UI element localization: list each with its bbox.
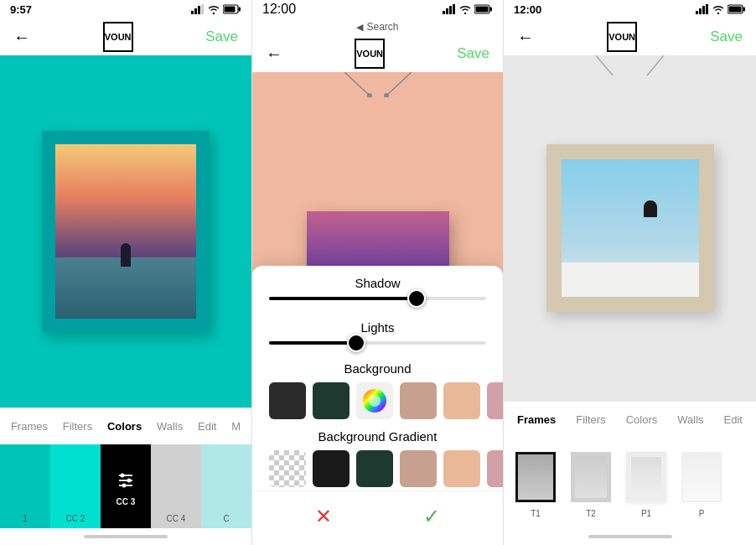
right-time: 12:00 bbox=[514, 3, 541, 16]
frame-p1-preview bbox=[626, 452, 666, 502]
right-top-nav: ← VO UN Save bbox=[504, 18, 756, 55]
signal-icon bbox=[191, 4, 205, 14]
grad-swatch-peach[interactable] bbox=[443, 450, 480, 487]
left-preview bbox=[0, 55, 251, 407]
svg-rect-13 bbox=[443, 11, 445, 14]
right-frames-row: T1 T2 P1 bbox=[504, 438, 756, 528]
color-wheel-icon bbox=[361, 387, 388, 414]
grad-swatch-salmon[interactable] bbox=[400, 450, 437, 487]
frame-thumb-p1[interactable]: P1 bbox=[623, 449, 670, 518]
right-tab-filters[interactable]: Filters bbox=[571, 410, 610, 429]
swatch-cc2[interactable]: CC 2 bbox=[50, 444, 101, 528]
bg-swatch-darkgreen[interactable] bbox=[313, 382, 350, 419]
middle-battery-icon bbox=[474, 4, 493, 14]
svg-rect-32 bbox=[729, 7, 742, 13]
grad-swatch-mauve[interactable] bbox=[487, 450, 504, 487]
left-tab-frames[interactable]: Frames bbox=[6, 417, 53, 436]
right-wire-area bbox=[504, 55, 756, 80]
frame-thumb-p[interactable]: P bbox=[678, 449, 725, 518]
svg-point-25 bbox=[369, 395, 381, 407]
swatch-cc3[interactable]: CC 3 bbox=[101, 444, 151, 528]
lights-section: Lights bbox=[252, 310, 503, 355]
bg-swatch-dark[interactable] bbox=[269, 382, 306, 419]
left-top-nav: ← VO UN Save bbox=[0, 18, 251, 55]
background-label: Background bbox=[269, 361, 486, 376]
frame-thumb-t1[interactable]: T1 bbox=[512, 449, 559, 518]
svg-point-10 bbox=[127, 478, 132, 482]
right-tab-frames[interactable]: Frames bbox=[512, 410, 561, 429]
right-preview bbox=[504, 55, 756, 401]
swatch-cc4-label: CC 4 bbox=[167, 514, 186, 523]
svg-rect-29 bbox=[706, 4, 708, 14]
svg-line-34 bbox=[647, 55, 664, 75]
right-frame-inner bbox=[562, 159, 699, 297]
shadow-slider-thumb[interactable] bbox=[407, 289, 426, 308]
bg-swatch-peach[interactable] bbox=[443, 382, 480, 419]
right-tab-edit[interactable]: Edit bbox=[719, 410, 748, 429]
grad-swatch-darkgreen[interactable] bbox=[356, 450, 393, 487]
left-home-indicator bbox=[0, 528, 251, 545]
bg-swatch-mauve[interactable] bbox=[487, 382, 504, 419]
swatch-1[interactable]: 1 bbox=[0, 444, 50, 528]
middle-search-label[interactable]: Search bbox=[366, 21, 398, 33]
right-home-bar bbox=[588, 535, 672, 538]
left-tab-filters[interactable]: Filters bbox=[58, 417, 97, 436]
background-section: Background bbox=[252, 355, 503, 423]
right-ground bbox=[562, 262, 699, 297]
frame-thumb-t2[interactable]: T2 bbox=[567, 449, 614, 518]
bg-swatch-wheel[interactable] bbox=[356, 382, 393, 419]
shadow-slider-track[interactable] bbox=[269, 297, 486, 300]
bg-gradient-section: Background Gradient bbox=[252, 423, 503, 490]
bg-swatch-salmon[interactable] bbox=[400, 382, 437, 419]
left-tab-more[interactable]: M bbox=[226, 417, 246, 436]
middle-search-back-icon: ◀ bbox=[356, 22, 363, 33]
left-save-button[interactable]: Save bbox=[205, 29, 238, 45]
right-home-indicator bbox=[504, 528, 756, 545]
svg-rect-16 bbox=[453, 4, 455, 14]
shadow-slider-fill bbox=[269, 297, 417, 300]
left-status-bar: 9:57 bbox=[0, 0, 251, 18]
svg-rect-27 bbox=[699, 8, 702, 14]
overlay-actions: ✕ ✓ bbox=[252, 490, 503, 545]
svg-rect-18 bbox=[490, 8, 493, 12]
swatch-cc4[interactable]: CC 4 bbox=[151, 444, 201, 528]
left-tab-edit[interactable]: Edit bbox=[193, 417, 221, 436]
shadow-section: Shadow bbox=[252, 266, 503, 310]
frame-thumb-t1-box bbox=[512, 449, 559, 506]
right-tab-colors[interactable]: Colors bbox=[621, 410, 663, 429]
frame-p1-label: P1 bbox=[641, 509, 651, 518]
frame-t2-preview bbox=[571, 452, 611, 502]
frame-p-preview bbox=[681, 452, 722, 502]
frame-thumb-p-box bbox=[678, 449, 725, 506]
left-tab-walls[interactable]: Walls bbox=[152, 417, 188, 436]
lights-slider-track[interactable] bbox=[269, 341, 486, 345]
right-signal-icon bbox=[696, 4, 709, 14]
left-tab-colors[interactable]: Colors bbox=[102, 417, 147, 436]
svg-rect-2 bbox=[198, 6, 200, 14]
frame-p-label: P bbox=[699, 509, 705, 518]
grad-swatch-checker[interactable] bbox=[269, 450, 306, 487]
left-back-button[interactable]: ← bbox=[13, 28, 30, 47]
middle-save-button[interactable]: Save bbox=[457, 45, 489, 62]
lights-slider-thumb[interactable] bbox=[347, 334, 365, 352]
frame-thumb-t2-box bbox=[567, 449, 614, 506]
swatch-c[interactable]: C bbox=[201, 444, 251, 528]
lights-label: Lights bbox=[269, 320, 486, 335]
swatch-c-label: C bbox=[223, 514, 229, 523]
swatch-cc2-label: CC 2 bbox=[66, 514, 85, 523]
right-tab-walls[interactable]: Walls bbox=[672, 410, 708, 429]
middle-time: 12:00 bbox=[262, 2, 296, 17]
confirm-button[interactable]: ✓ bbox=[413, 498, 450, 535]
right-save-button[interactable]: Save bbox=[710, 29, 743, 45]
left-logo: VO UN bbox=[103, 22, 133, 52]
grad-swatch-dark[interactable] bbox=[313, 450, 350, 487]
shadow-label: Shadow bbox=[269, 276, 486, 290]
right-back-button[interactable]: ← bbox=[517, 28, 534, 47]
cancel-button[interactable]: ✕ bbox=[305, 498, 342, 535]
middle-search-nav: ◀ Search bbox=[252, 18, 503, 35]
middle-back-button[interactable]: ← bbox=[266, 44, 282, 64]
right-frame bbox=[546, 144, 714, 312]
left-home-bar bbox=[84, 535, 168, 538]
battery-icon bbox=[223, 4, 241, 14]
svg-line-20 bbox=[344, 72, 370, 96]
